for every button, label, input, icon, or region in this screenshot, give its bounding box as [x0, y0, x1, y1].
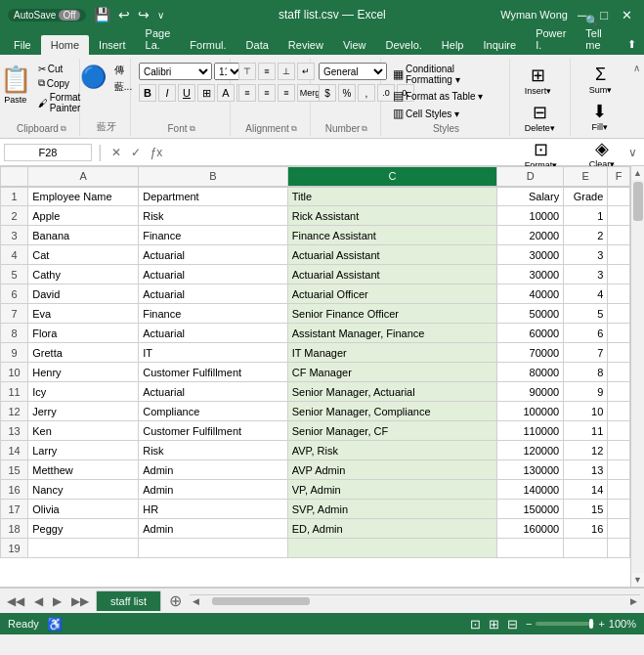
align-middle-button[interactable]: ≡	[258, 63, 276, 80]
cell-15-A[interactable]: Metthew	[28, 460, 139, 480]
cell-10-A[interactable]: Henry	[28, 363, 139, 382]
cell-5-C[interactable]: Actuarial Assistant	[287, 265, 497, 284]
cell-11-A[interactable]: Icy	[28, 382, 139, 402]
cell-16-C[interactable]: VP, Admin	[287, 480, 497, 500]
scroll-track[interactable]	[631, 180, 644, 573]
align-top-button[interactable]: ⊤	[238, 63, 256, 80]
cell-17-C[interactable]: SVP, Admin	[287, 500, 497, 519]
currency-button[interactable]: $	[319, 84, 336, 102]
cell-3-F[interactable]	[608, 226, 630, 245]
cell-17-F[interactable]	[608, 500, 630, 519]
view-page-break-icon[interactable]: ⊟	[507, 617, 518, 632]
cell-9-B[interactable]: IT	[139, 343, 288, 363]
cell-15-C[interactable]: AVP Admin	[287, 460, 497, 480]
cell-5-F[interactable]	[608, 265, 630, 284]
more-icon[interactable]: ∨	[157, 10, 164, 21]
cell-8-E[interactable]: 6	[564, 324, 608, 343]
horizontal-scrollbar[interactable]: ◀ ▶	[190, 594, 640, 608]
cell-15-D[interactable]: 130000	[497, 460, 564, 480]
header-col-e[interactable]: E	[564, 167, 608, 187]
alignment-expand-icon[interactable]: ⧉	[291, 124, 297, 134]
header-col-d[interactable]: D	[497, 167, 564, 187]
cell-4-E[interactable]: 3	[564, 245, 608, 265]
delete-cells-button[interactable]: ⊟ Delete▾	[522, 100, 558, 135]
cell-7-A[interactable]: Eva	[28, 304, 139, 324]
view-normal-icon[interactable]: ⊡	[470, 617, 481, 632]
cell-7-F[interactable]	[608, 304, 630, 324]
row-number[interactable]: 5	[1, 265, 28, 284]
cell-7-E[interactable]: 5	[564, 304, 608, 324]
cell-4-F[interactable]	[608, 245, 630, 265]
row-number[interactable]: 18	[1, 519, 28, 539]
cell-5-B[interactable]: Actuarial	[139, 265, 288, 284]
cell-3-E[interactable]: 2	[564, 226, 608, 245]
add-sheet-button[interactable]: ⊕	[165, 591, 186, 610]
save-icon[interactable]: 💾	[94, 7, 110, 22]
row-number[interactable]: 12	[1, 402, 28, 421]
sheet-nav-last[interactable]: ▶▶	[68, 594, 92, 608]
tab-help[interactable]: Help	[432, 35, 474, 55]
cell-styles-button[interactable]: ▥ Cell Styles ▾	[389, 106, 463, 121]
tab-review[interactable]: Review	[279, 35, 333, 55]
cell-18-F[interactable]	[608, 519, 630, 539]
cell-18-A[interactable]: Peggy	[28, 519, 139, 539]
cell-11-B[interactable]: Actuarial	[139, 382, 288, 402]
zoom-slider-thumb[interactable]	[589, 619, 593, 629]
cell-1-C[interactable]: Title	[287, 187, 497, 206]
row-number[interactable]: 2	[1, 206, 28, 226]
scroll-thumb[interactable]	[633, 182, 643, 221]
tab-inquire[interactable]: Inquire	[473, 35, 526, 55]
number-format-select[interactable]: General	[319, 63, 387, 80]
chinese-btn-1[interactable]: 傳	[111, 63, 135, 78]
cell-4-B[interactable]: Actuarial	[139, 245, 288, 265]
cell-2-B[interactable]: Risk	[139, 206, 288, 226]
row-number[interactable]: 7	[1, 304, 28, 324]
hscroll-left-btn[interactable]: ◀	[190, 596, 202, 606]
autosave-toggle[interactable]: AutoSave Off	[8, 9, 86, 22]
row-number[interactable]: 8	[1, 324, 28, 343]
header-col-b[interactable]: B	[139, 167, 288, 187]
cell-13-F[interactable]	[608, 421, 630, 441]
undo-icon[interactable]: ↩	[118, 7, 130, 22]
cell-18-B[interactable]: Admin	[139, 519, 288, 539]
tab-page-layout[interactable]: Page La.	[136, 23, 181, 55]
cell-19-D[interactable]	[497, 539, 564, 558]
cell-14-C[interactable]: AVP, Risk	[287, 441, 497, 460]
autosum-button[interactable]: Σ Sum▾	[586, 63, 616, 97]
zoom-out-btn[interactable]: −	[526, 618, 532, 630]
align-center-button[interactable]: ≡	[258, 84, 276, 102]
cell-1-F[interactable]	[608, 187, 630, 206]
cell-9-D[interactable]: 70000	[497, 343, 564, 363]
cell-17-D[interactable]: 150000	[497, 500, 564, 519]
tab-view[interactable]: View	[333, 35, 376, 55]
formula-bar-expand-icon[interactable]: ∨	[625, 146, 640, 159]
comma-button[interactable]: ,	[358, 84, 375, 102]
tab-data[interactable]: Data	[236, 35, 279, 55]
percent-button[interactable]: %	[338, 84, 356, 102]
cell-9-F[interactable]	[608, 343, 630, 363]
cell-14-F[interactable]	[608, 441, 630, 460]
italic-button[interactable]: I	[158, 84, 176, 102]
cell-19-F[interactable]	[608, 539, 630, 558]
cell-4-A[interactable]: Cat	[28, 245, 139, 265]
row-number[interactable]: 14	[1, 441, 28, 460]
redo-icon[interactable]: ↪	[138, 7, 150, 22]
row-number[interactable]: 13	[1, 421, 28, 441]
tab-developer[interactable]: Develo.	[376, 35, 432, 55]
row-number[interactable]: 19	[1, 539, 28, 558]
cell-14-E[interactable]: 12	[564, 441, 608, 460]
tab-formulas[interactable]: Formul.	[180, 35, 236, 55]
confirm-formula-icon[interactable]: ✓	[128, 146, 144, 159]
scroll-up-btn[interactable]: ▲	[631, 166, 644, 180]
cell-14-A[interactable]: Larry	[28, 441, 139, 460]
format-as-table-button[interactable]: ▤ Format as Table ▾	[389, 88, 487, 104]
vertical-scrollbar[interactable]: ▲ ▼	[630, 166, 644, 587]
cell-4-D[interactable]: 30000	[497, 245, 564, 265]
sheet-nav-first[interactable]: ◀◀	[4, 594, 27, 608]
formula-input[interactable]	[169, 145, 312, 160]
name-box[interactable]	[4, 144, 92, 161]
cell-16-B[interactable]: Admin	[139, 480, 288, 500]
cell-13-C[interactable]: Senior Manager, CF	[287, 421, 497, 441]
number-expand-icon[interactable]: ⧉	[362, 124, 367, 134]
cell-17-A[interactable]: Olivia	[28, 500, 139, 519]
